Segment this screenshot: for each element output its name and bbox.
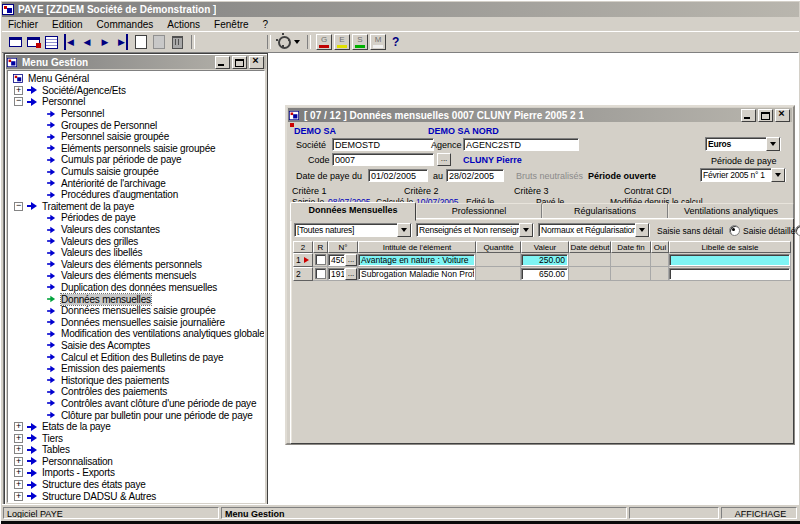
tree-item[interactable]: Personnel bbox=[8, 108, 264, 120]
new-document-icon[interactable] bbox=[132, 34, 150, 50]
tree-item[interactable]: Etats de la paye bbox=[8, 421, 264, 433]
expand-icon[interactable] bbox=[14, 492, 23, 501]
menu-actions[interactable]: Actions bbox=[167, 19, 200, 30]
quantite-cell[interactable] bbox=[476, 253, 521, 267]
tree-item[interactable]: Duplication des données mensuelles bbox=[8, 282, 264, 294]
code-field[interactable]: 0007 bbox=[332, 153, 434, 166]
maximize-button[interactable] bbox=[758, 109, 773, 122]
last-record-icon[interactable]: ▶ bbox=[114, 34, 132, 50]
indicator-g-button[interactable]: G bbox=[316, 34, 332, 50]
menu-aide[interactable]: ? bbox=[263, 19, 269, 30]
dropdown-arrow-icon[interactable] bbox=[766, 137, 780, 151]
societe-field[interactable]: DEMOSTD bbox=[332, 138, 434, 151]
tree-item[interactable]: Société/Agence/Ets bbox=[8, 85, 264, 97]
dropdown-arrow-icon[interactable] bbox=[397, 223, 411, 237]
previous-record-icon[interactable]: ◀ bbox=[78, 34, 96, 50]
periode-combobox[interactable]: Février 2005 n° 1 bbox=[700, 168, 786, 182]
currency-combobox[interactable]: Euros bbox=[705, 137, 781, 151]
collapse-icon[interactable] bbox=[14, 202, 23, 211]
expand-icon[interactable] bbox=[14, 468, 23, 477]
expand-icon[interactable] bbox=[14, 457, 23, 466]
tree-item[interactable]: Données mensuelles saisie journalière bbox=[8, 316, 264, 328]
menu-commandes[interactable]: Commandes bbox=[97, 19, 154, 30]
oui-cell[interactable] bbox=[651, 267, 669, 281]
expand-icon[interactable] bbox=[14, 86, 23, 95]
tree-item[interactable]: Contrôles avant clôture d'une période de… bbox=[8, 398, 264, 410]
r-checkbox[interactable] bbox=[315, 254, 326, 265]
quantite-cell[interactable] bbox=[476, 267, 521, 281]
normaux-filter-combobox[interactable]: Normaux et Régularisations bbox=[538, 223, 650, 237]
collapse-icon[interactable] bbox=[14, 97, 23, 106]
open-window-alt-icon[interactable] bbox=[24, 34, 42, 50]
list-icon[interactable] bbox=[42, 34, 60, 50]
tree-item[interactable]: Structure DADSU & Autres bbox=[8, 490, 264, 502]
minimize-button[interactable] bbox=[741, 109, 756, 122]
tab-donnees-mensuelles[interactable]: Données Mensuelles bbox=[290, 202, 416, 221]
tab-ventilations-analytiques[interactable]: Ventilations analytiques bbox=[668, 203, 794, 219]
data-window-titlebar[interactable]: [ 07 / 12 ] Données mensuelles 0007 CLUN… bbox=[288, 108, 792, 122]
renseignes-filter-combobox[interactable]: Renseignés et Non renseignés bbox=[416, 223, 534, 237]
date-fin-cell[interactable] bbox=[611, 253, 651, 267]
dropdown-arrow-icon[interactable] bbox=[635, 223, 649, 237]
tree-item[interactable]: Clôture par bulletin pour une période de… bbox=[8, 409, 264, 421]
tree-item[interactable]: Emission des paiements bbox=[8, 363, 264, 375]
settings-gear-icon[interactable] bbox=[276, 34, 302, 50]
minimize-button[interactable] bbox=[215, 56, 230, 69]
expand-icon[interactable] bbox=[14, 445, 23, 454]
open-window-icon[interactable] bbox=[6, 34, 24, 50]
indicator-e-button[interactable]: E bbox=[334, 34, 350, 50]
tree-item[interactable]: Modification des ventilations analytique… bbox=[8, 328, 264, 340]
nature-filter-combobox[interactable]: [Toutes natures] bbox=[294, 223, 412, 237]
code-browse-button[interactable] bbox=[437, 153, 451, 166]
menu-edition[interactable]: Edition bbox=[52, 19, 83, 30]
indicator-s-button[interactable]: S bbox=[352, 34, 368, 50]
tree-item[interactable]: Cumuls saisie groupée bbox=[8, 166, 264, 178]
dropdown-arrow-icon[interactable] bbox=[519, 223, 533, 237]
tree-item[interactable]: Valeurs des grilles bbox=[8, 235, 264, 247]
element-browse-button[interactable] bbox=[345, 268, 357, 280]
tree-item[interactable]: Personnel saisie groupée bbox=[8, 131, 264, 143]
tree-item[interactable]: Calcul et Edition des Bulletins de paye bbox=[8, 351, 264, 363]
element-browse-button[interactable] bbox=[345, 254, 357, 266]
date-fin-field[interactable]: 28/02/2005 bbox=[446, 169, 504, 182]
tree-item[interactable]: Personnel bbox=[8, 96, 264, 108]
tree-item[interactable]: Valeurs des constantes bbox=[8, 224, 264, 236]
tab-regularisations[interactable]: Régularisations bbox=[542, 203, 668, 219]
tree-item[interactable]: Contrôles des paiements bbox=[8, 386, 264, 398]
help-icon[interactable]: ? bbox=[392, 35, 399, 49]
delete-icon[interactable] bbox=[168, 34, 186, 50]
expand-icon[interactable] bbox=[14, 422, 23, 431]
date-fin-cell[interactable] bbox=[611, 267, 651, 281]
tree-item-selected[interactable]: Données mensuelles bbox=[8, 293, 264, 305]
menu-fichier[interactable]: Fichier bbox=[8, 19, 38, 30]
tree-item[interactable]: Traitement de la paye bbox=[8, 201, 264, 213]
maximize-button[interactable] bbox=[232, 56, 247, 69]
tree-item[interactable]: Cumuls par période de paye bbox=[8, 154, 264, 166]
tree-item[interactable]: Tables bbox=[8, 444, 264, 456]
tree-item[interactable]: Historique des paiements bbox=[8, 374, 264, 386]
close-button[interactable] bbox=[775, 109, 790, 122]
tree-item[interactable]: Imports - Exports bbox=[8, 467, 264, 479]
date-debut-cell[interactable] bbox=[569, 253, 611, 267]
tree-item[interactable]: Eléments personnels saisie groupée bbox=[8, 143, 264, 155]
tree-item[interactable]: Valeurs des éléments mensuels bbox=[8, 270, 264, 282]
agence-field[interactable]: AGENC2STD bbox=[463, 138, 579, 151]
close-button[interactable] bbox=[249, 56, 264, 69]
tree-item[interactable]: Procédures exceptionnelles bbox=[8, 502, 264, 503]
expand-icon[interactable] bbox=[14, 480, 23, 489]
date-debut-field[interactable]: 01/02/2005 bbox=[368, 169, 428, 182]
tree-item[interactable]: Valeurs des éléments personnels bbox=[8, 259, 264, 271]
gestion-titlebar[interactable]: Menu Gestion bbox=[6, 55, 266, 69]
expand-icon[interactable] bbox=[14, 434, 23, 443]
tree-item[interactable]: Procédures d'augmentation bbox=[8, 189, 264, 201]
indicator-m-button[interactable]: M bbox=[370, 34, 386, 50]
tab-professionnel[interactable]: Professionnel bbox=[416, 203, 542, 219]
tree-item[interactable]: Personnalisation bbox=[8, 456, 264, 468]
oui-cell[interactable] bbox=[651, 253, 669, 267]
date-debut-cell[interactable] bbox=[569, 267, 611, 281]
r-checkbox[interactable] bbox=[315, 268, 326, 279]
tree-item[interactable]: Tiers bbox=[8, 432, 264, 444]
tree-item[interactable]: Structure des états paye bbox=[8, 479, 264, 491]
tree-item[interactable]: Périodes de paye bbox=[8, 212, 264, 224]
dropdown-arrow-icon[interactable] bbox=[771, 168, 785, 182]
